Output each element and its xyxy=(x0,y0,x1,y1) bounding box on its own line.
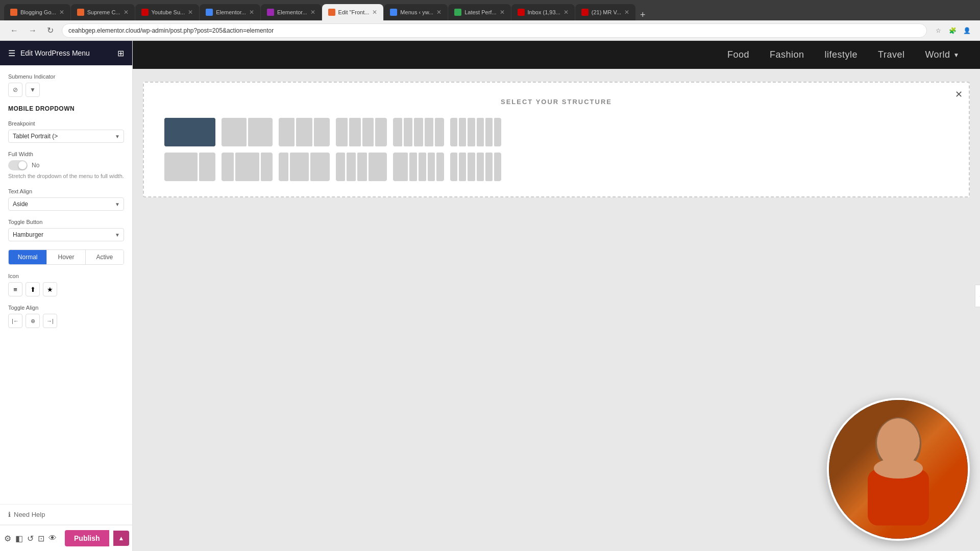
nav-world[interactable]: World ▼ xyxy=(925,49,960,60)
full-width-group: Full Width No Stretch the dropdown of th… xyxy=(8,151,124,180)
tab-close-supreme[interactable]: ✕ xyxy=(124,9,129,16)
state-tab-active[interactable]: Active xyxy=(86,250,124,264)
tab-elementor1[interactable]: Elementor... ✕ xyxy=(200,4,260,20)
forward-button[interactable]: → xyxy=(27,24,39,37)
icon-option-lines[interactable]: ≡ xyxy=(8,282,22,296)
structure-varied-4col[interactable] xyxy=(336,153,387,181)
extension-icon[interactable]: 🧩 xyxy=(947,26,958,36)
structure-varied-3col[interactable] xyxy=(279,153,330,181)
full-width-toggle[interactable] xyxy=(8,160,28,170)
profile-icon[interactable]: 👤 xyxy=(962,26,972,36)
sidebar-apps-icon[interactable]: ⊞ xyxy=(117,48,124,58)
layers-icon[interactable]: ◧ xyxy=(15,530,23,546)
need-help-row[interactable]: ℹ Need Help xyxy=(0,504,132,524)
sidebar-menu-icon[interactable]: ☰ xyxy=(8,48,15,58)
structure-varied-6col[interactable] xyxy=(450,153,501,181)
tab-title-latest-perf: Latest Perf... xyxy=(464,9,496,15)
icon-option-upload[interactable]: ⬆ xyxy=(26,282,40,296)
submenu-indicator-label: Submenu Indicator xyxy=(8,73,124,80)
reload-button[interactable]: ↻ xyxy=(45,23,56,37)
publish-arrow-button[interactable]: ▲ xyxy=(113,531,130,546)
full-width-label: Full Width xyxy=(8,151,124,157)
main-layout: ☰ Edit WordPress Menu ⊞ Submenu Indicato… xyxy=(0,41,980,551)
new-tab-button[interactable]: + xyxy=(636,10,650,20)
tab-latest-perf[interactable]: Latest Perf... ✕ xyxy=(448,4,510,20)
bookmark-icon[interactable]: ☆ xyxy=(933,26,943,36)
tab-inbox[interactable]: Inbox (1,93... ✕ xyxy=(511,4,575,20)
tab-title-elementor1: Elementor... xyxy=(216,9,246,15)
webcam-placeholder xyxy=(829,400,968,539)
text-align-select[interactable]: Aside Left Center Right xyxy=(8,197,124,211)
structure-varied-5col[interactable] xyxy=(393,153,444,181)
structure-3col[interactable] xyxy=(279,118,330,146)
breakpoint-select-wrapper: Tablet Portrait (> Mobile Portrait Mobil… xyxy=(8,130,124,143)
tab-favicon-youtube xyxy=(141,9,149,16)
state-tab-hover[interactable]: Hover xyxy=(47,250,85,264)
tab-close-elementor2[interactable]: ✕ xyxy=(310,9,315,16)
tab-title-mr-v: (21) MR V... xyxy=(592,9,621,15)
sidebar-title: Edit WordPress Menu xyxy=(20,49,112,57)
structure-1col[interactable] xyxy=(164,118,215,146)
state-tabs: Normal Hover Active xyxy=(8,249,124,265)
tab-favicon-supreme xyxy=(77,9,84,16)
structure-1-2col[interactable] xyxy=(222,153,273,181)
url-bar[interactable]: ceahbgep.elementor.cloud/wp-admin/post.p… xyxy=(62,23,927,38)
preview-icon[interactable]: 👁 xyxy=(48,530,57,546)
tab-close-edit-front[interactable]: ✕ xyxy=(372,9,377,16)
toggle-align-group: Toggle Align |← ⊕ →| xyxy=(8,305,124,328)
tab-menus[interactable]: Menus ‹ yw... ✕ xyxy=(384,4,448,20)
overlay-close-button[interactable]: ✕ xyxy=(955,89,963,100)
full-width-toggle-row: No xyxy=(8,160,124,170)
structure-2col[interactable] xyxy=(222,118,273,146)
breakpoint-select[interactable]: Tablet Portrait (> Mobile Portrait Mobil… xyxy=(8,130,124,143)
tab-close-mr-v[interactable]: ✕ xyxy=(624,9,629,16)
structure-title: SELECT YOUR STRUCTURE xyxy=(164,98,948,106)
address-bar: ← → ↻ ceahbgep.elementor.cloud/wp-admin/… xyxy=(0,20,980,41)
submenu-indicator-icon1[interactable]: ⊘ xyxy=(8,83,22,97)
toggle-button-label: Toggle Button xyxy=(8,219,124,225)
svg-point-3 xyxy=(874,458,923,479)
structure-6col[interactable] xyxy=(450,118,501,146)
tab-mr-v[interactable]: (21) MR V... ✕ xyxy=(575,4,635,20)
url-text: ceahbgep.elementor.cloud/wp-admin/post.p… xyxy=(68,27,920,34)
nav-fashion[interactable]: Fashion xyxy=(770,49,804,60)
structure-5col[interactable] xyxy=(393,118,444,146)
align-left-btn[interactable]: |← xyxy=(8,314,22,328)
text-align-group: Text Align Aside Left Center Right ▼ xyxy=(8,188,124,211)
publish-button[interactable]: Publish xyxy=(65,530,109,546)
back-button[interactable]: ← xyxy=(8,24,20,37)
structure-4col[interactable] xyxy=(336,118,387,146)
tab-close-blogging[interactable]: ✕ xyxy=(59,9,64,16)
tab-edit-front[interactable]: Edit "Front... ✕ xyxy=(322,4,384,20)
tab-elementor2[interactable]: Elementor... ✕ xyxy=(261,4,322,20)
toolbar-icons: ☆ 🧩 👤 xyxy=(933,26,972,36)
tab-favicon-latest-perf xyxy=(454,9,461,16)
settings-icon[interactable]: ⚙ xyxy=(4,530,11,546)
tab-blogging[interactable]: Blogging Go... ✕ xyxy=(4,4,70,20)
tab-supreme[interactable]: Supreme C... ✕ xyxy=(71,4,135,20)
tab-close-inbox[interactable]: ✕ xyxy=(564,9,569,16)
toggle-button-select[interactable]: Hamburger Arrow Dots xyxy=(8,228,124,241)
tab-close-elementor1[interactable]: ✕ xyxy=(249,9,254,16)
sidebar-toggle[interactable]: ‹ xyxy=(975,285,980,307)
tab-close-menus[interactable]: ✕ xyxy=(436,9,442,16)
nav-travel[interactable]: Travel xyxy=(878,49,904,60)
history-icon[interactable]: ↺ xyxy=(27,530,34,546)
submenu-indicator-icon2[interactable]: ▼ xyxy=(26,83,40,97)
tab-youtube[interactable]: Youtube Su... ✕ xyxy=(135,4,200,20)
submenu-indicator-row: ⊘ ▼ xyxy=(8,83,124,97)
need-help-label: Need Help xyxy=(14,511,45,518)
tab-close-youtube[interactable]: ✕ xyxy=(188,9,193,16)
breakpoint-group: Breakpoint Tablet Portrait (> Mobile Por… xyxy=(8,120,124,143)
tab-close-latest-perf[interactable]: ✕ xyxy=(500,9,505,16)
responsive-icon[interactable]: ⊡ xyxy=(38,530,44,546)
icon-option-star[interactable]: ★ xyxy=(43,282,57,296)
tab-title-youtube: Youtube Su... xyxy=(152,9,185,15)
align-right-btn[interactable]: →| xyxy=(43,314,57,328)
align-center-btn[interactable]: ⊕ xyxy=(26,314,40,328)
nav-food[interactable]: Food xyxy=(727,49,749,60)
tab-bar: Blogging Go... ✕ Supreme C... ✕ Youtube … xyxy=(4,0,976,20)
nav-lifestyle[interactable]: lifestyle xyxy=(825,49,858,60)
structure-2-1col[interactable] xyxy=(164,153,215,181)
state-tab-normal[interactable]: Normal xyxy=(9,250,47,264)
